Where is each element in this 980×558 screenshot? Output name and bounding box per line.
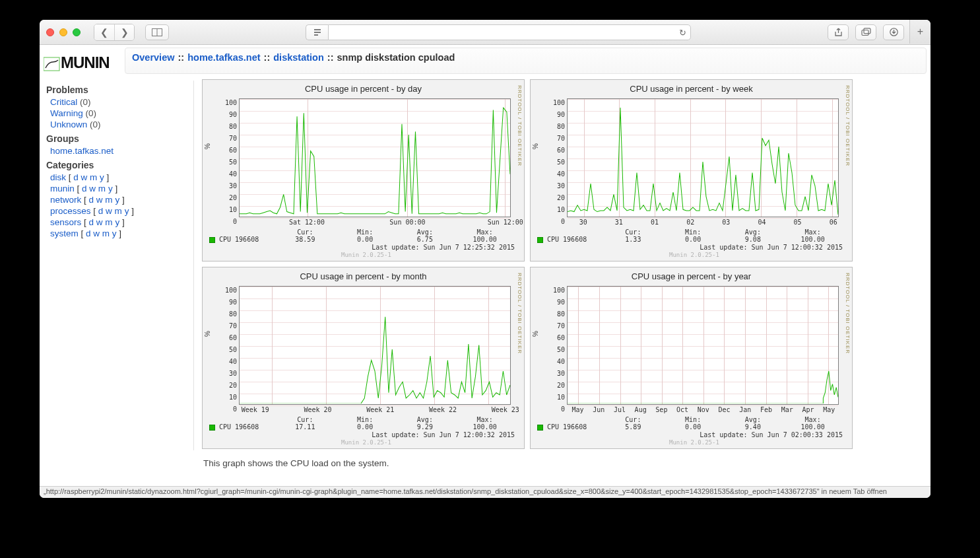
legend: CPU 196608: [209, 423, 259, 431]
chart-month[interactable]: CPU usage in percent - by monthRRDTOOL /…: [202, 267, 525, 449]
back-button[interactable]: ❮: [94, 24, 114, 40]
breadcrumb-sep: ::: [264, 52, 271, 63]
address-bar-wrap: ↻: [182, 24, 814, 40]
breadcrumb: Overview :: home.tafkas.net :: diskstati…: [125, 48, 927, 74]
new-tab-button[interactable]: +: [909, 20, 931, 44]
chart-title: CPU usage in percent - by day: [203, 80, 524, 94]
cat-disk-y[interactable]: y: [100, 172, 104, 182]
plot-area[interactable]: [567, 286, 839, 405]
breadcrumb-host[interactable]: diskstation: [273, 52, 324, 63]
last-update: Last update: Sun Jun 7 12:25:32 2015: [372, 244, 515, 251]
cat-network-w[interactable]: w: [96, 195, 103, 205]
munin-version: Munin 2.0.25-1: [341, 252, 391, 258]
plot-area[interactable]: [239, 98, 511, 217]
rrdtool-credit: RRDTOOL / TOBI OETIKER: [845, 85, 851, 166]
last-update: Last update: Sun Jun 7 02:00:33 2015: [700, 431, 843, 438]
ytick: 80: [546, 308, 565, 320]
plot-area[interactable]: [567, 98, 839, 217]
cat-system-y[interactable]: y: [112, 228, 117, 238]
munin-logo[interactable]: MUNIN: [44, 48, 118, 74]
svg-rect-3: [314, 32, 321, 33]
xtick: Dec: [719, 406, 731, 413]
reload-icon[interactable]: ↻: [679, 28, 686, 38]
cat-munin-m[interactable]: m: [98, 184, 106, 193]
cat-disk-d[interactable]: d: [73, 172, 79, 182]
close-window-button[interactable]: [46, 28, 54, 36]
rrdtool-credit: RRDTOOL / TOBI OETIKER: [845, 273, 851, 354]
tab-overview-button[interactable]: [145, 24, 169, 40]
ytick: 10: [546, 392, 565, 403]
ytick: 90: [546, 296, 565, 308]
cat-system-d[interactable]: d: [86, 228, 91, 238]
xtick: Feb: [760, 406, 772, 413]
xtick: May: [823, 406, 835, 413]
xtick: Sep: [655, 406, 667, 413]
ytick: 40: [218, 356, 237, 368]
y-axis-label: %: [532, 143, 539, 149]
legend: CPU 196608: [537, 236, 587, 243]
unknown-link[interactable]: Unknown: [50, 120, 87, 129]
ytick: 80: [218, 121, 237, 133]
cat-processes-m[interactable]: m: [115, 206, 122, 216]
y-axis-label: %: [204, 143, 211, 149]
chart-year[interactable]: CPU usage in percent - by yearRRDTOOL / …: [530, 267, 853, 449]
ytick: 90: [218, 109, 237, 121]
chart-day[interactable]: CPU usage in percent - by dayRRDTOOL / T…: [202, 79, 525, 262]
xtick: Week 21: [366, 406, 394, 413]
plot-area[interactable]: [239, 286, 511, 405]
cat-munin-d[interactable]: d: [82, 184, 87, 193]
warning-link[interactable]: Warning: [50, 108, 83, 118]
xtick: Mar: [781, 406, 793, 413]
cat-network-d[interactable]: d: [89, 195, 94, 205]
category-system[interactable]: system: [50, 228, 79, 238]
cat-network-m[interactable]: m: [105, 195, 112, 205]
chart-week[interactable]: CPU usage in percent - by weekRRDTOOL / …: [530, 79, 853, 262]
critical-link[interactable]: Critical: [50, 97, 77, 107]
divider: [193, 81, 194, 450]
group-link[interactable]: home.tafkas.net: [50, 146, 114, 156]
downloads-button[interactable]: [883, 24, 904, 40]
xtick: Jul: [614, 406, 626, 413]
xtick: 02: [686, 219, 694, 226]
cat-munin-y[interactable]: y: [108, 184, 113, 193]
cat-processes-w[interactable]: w: [106, 206, 112, 216]
xtick: 30: [579, 219, 587, 226]
category-processes[interactable]: processes: [50, 206, 91, 216]
forward-button[interactable]: ❯: [114, 24, 134, 40]
breadcrumb-overview[interactable]: Overview: [132, 52, 175, 63]
cat-sensors-w[interactable]: w: [96, 217, 103, 227]
category-disk[interactable]: disk: [50, 172, 66, 182]
ytick: 70: [546, 320, 565, 332]
address-bar[interactable]: ↻: [328, 24, 691, 40]
legend-swatch-icon: [537, 425, 543, 431]
cat-disk-w[interactable]: w: [81, 172, 88, 182]
svg-rect-6: [864, 28, 870, 34]
share-button[interactable]: [828, 24, 849, 40]
cat-disk-m[interactable]: m: [90, 172, 97, 182]
ytick: 10: [218, 392, 237, 403]
cat-sensors-d[interactable]: d: [89, 217, 94, 227]
cat-processes-d[interactable]: d: [98, 206, 104, 216]
category-sensors[interactable]: sensors: [50, 217, 81, 227]
breadcrumb-group[interactable]: home.tafkas.net: [187, 52, 260, 63]
category-network[interactable]: network: [50, 195, 81, 205]
warning-count: (0): [86, 108, 97, 118]
minimize-window-button[interactable]: [59, 28, 67, 36]
cat-munin-w[interactable]: w: [89, 184, 96, 193]
ytick: 70: [218, 320, 237, 332]
svg-rect-8: [44, 57, 59, 71]
tabs-button[interactable]: [855, 24, 876, 40]
chart-title: CPU usage in percent - by week: [531, 80, 852, 94]
groups-heading: Groups: [46, 133, 183, 144]
cat-system-m[interactable]: m: [102, 228, 110, 238]
reader-button[interactable]: [306, 24, 328, 40]
cat-system-w[interactable]: w: [93, 228, 100, 238]
cat-sensors-m[interactable]: m: [105, 217, 112, 227]
nav-back-forward: ❮ ❯: [94, 24, 135, 41]
x-ticks: MayJunJulAugSepOctNovDecJanFebMarAprMay: [567, 406, 839, 415]
ytick: 0: [218, 403, 237, 415]
zoom-window-button[interactable]: [73, 28, 81, 36]
category-munin[interactable]: munin: [50, 184, 75, 193]
xtick: Week 22: [429, 406, 457, 413]
xtick: 05: [794, 219, 802, 226]
